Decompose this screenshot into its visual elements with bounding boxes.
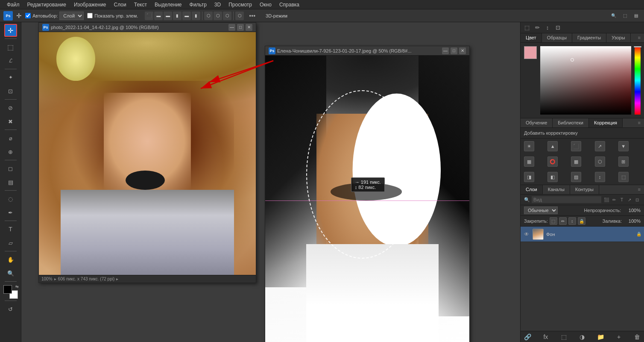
link-layers-btn[interactable]: 🔗 [523,333,532,341]
tab-channels[interactable]: Каналы [543,185,570,194]
doc2-close-btn[interactable]: ✕ [459,47,466,54]
doc2-maximize-btn[interactable]: □ [451,47,457,54]
menu-edit[interactable]: Редактирование [24,1,70,9]
distribute-vert-btn[interactable]: ⬡ [235,12,244,20]
correction-panel-expand[interactable]: ≡ [635,118,644,127]
marquee-tool[interactable]: ⬚ [4,41,17,53]
crop-tool[interactable]: ⊡ [4,85,17,97]
hand-tool[interactable]: ✋ [4,253,17,266]
correction-selective-color-btn[interactable]: ⬚ [618,172,629,182]
eyedropper-tool[interactable]: ⊘ [4,101,17,114]
layers-icon-5[interactable]: ⊡ [634,196,641,203]
color-panel-expand[interactable]: ≡ [635,33,644,42]
show-transform-checkbox[interactable] [87,13,93,18]
tab-color[interactable]: Цвет [521,33,542,42]
doc2-minimize-btn[interactable]: — [442,47,449,54]
align-right-btn[interactable]: ▬ [164,12,172,20]
panel-icon-3[interactable]: ↕ [543,23,552,32]
add-mask-btn[interactable]: ⬚ [560,333,568,341]
tab-libraries[interactable]: Библиотеки [553,118,589,127]
lasso-tool[interactable]: 𝓛 [4,54,17,67]
menu-help[interactable]: Справка [276,1,303,9]
align-top-btn[interactable]: ▮ [173,12,181,20]
tab-correction[interactable]: Коррекция [589,118,623,127]
lock-all-btn[interactable]: 🔒 [578,217,585,225]
layer-item-background[interactable]: 👁 Фон 🔒 [521,227,644,242]
layers-icon-1[interactable]: ⬛ [603,196,610,203]
workspace-btn[interactable]: ⬚ [620,11,629,21]
arrange-btn[interactable]: ▤ [631,11,641,21]
menu-file[interactable]: Файл [3,1,23,9]
layers-icon-4[interactable]: ↗ [626,196,633,203]
lock-pixels-btn[interactable]: ⬚ [550,217,557,225]
correction-vibrance-btn[interactable]: ▼ [618,141,629,151]
more-options-btn[interactable]: ••• [249,12,255,19]
menu-image[interactable]: Изображение [70,1,110,9]
autoselect-checkbox[interactable] [25,13,31,18]
eraser-tool[interactable]: ◻ [4,162,17,175]
doc1-minimize-btn[interactable]: — [228,24,235,31]
align-left-btn[interactable]: ⬛ [145,12,153,20]
menu-filter[interactable]: Фильтр [186,1,210,9]
layers-icon-3[interactable]: T [618,196,625,203]
correction-bw-btn[interactable]: ▩ [571,156,581,167]
color-swatch[interactable] [524,46,537,59]
autoselect-dropdown[interactable]: Слой [59,12,84,20]
menu-window[interactable]: Окно [256,1,275,9]
search-btn[interactable]: 🔍 [609,11,618,21]
heal-tool[interactable]: ✖ [4,115,17,128]
tab-layers[interactable]: Слои [521,185,543,194]
color-spectrum[interactable] [540,46,631,115]
delete-layer-btn[interactable]: 🗑 [633,333,641,341]
gradient-tool[interactable]: ▤ [4,176,17,189]
menu-select[interactable]: Выделение [151,1,185,9]
layers-panel-expand[interactable]: ≡ [635,185,644,194]
menu-layers[interactable]: Слои [111,1,130,9]
doc1-close-btn[interactable]: ✕ [246,24,252,31]
menu-view[interactable]: Просмотр [225,1,255,9]
add-adjustment-btn[interactable]: ◑ [578,333,586,341]
quick-select-tool[interactable]: ✦ [4,71,17,84]
correction-curves-btn[interactable]: ⬛ [571,141,581,151]
distribute-center-btn[interactable]: ⬡ [214,12,222,20]
brush-tool[interactable]: ⌀ [4,132,17,144]
tab-gradients[interactable]: Градиенты [572,33,606,42]
rotate-view-tool[interactable]: ↺ [4,303,17,315]
doc1-maximize-btn[interactable]: □ [237,24,244,31]
add-group-btn[interactable]: 📁 [596,333,605,341]
menu-3d[interactable]: 3D [211,1,224,9]
zoom-tool[interactable]: 🔍 [4,267,17,280]
correction-colorbalance-btn[interactable]: ⭕ [547,156,558,167]
correction-brightness-btn[interactable]: ☀ [524,141,534,151]
hue-slider[interactable] [635,46,641,115]
layer-visibility-toggle[interactable]: 👁 [523,231,530,238]
add-layer-btn[interactable]: + [615,333,623,341]
correction-gradient-map-btn[interactable]: ↕ [595,172,605,182]
correction-posterize-btn[interactable]: ◧ [547,172,558,182]
align-center-btn[interactable]: ▬ [154,12,163,20]
text-tool[interactable]: T [4,223,17,236]
tab-swatches[interactable]: Образцы [542,33,572,42]
align-bottom-btn[interactable]: ▮ [192,12,200,20]
panel-icon-2[interactable]: ✏ [533,23,542,32]
correction-exposure-btn[interactable]: ↗ [595,141,605,151]
correction-threshold-btn[interactable]: ▨ [571,172,581,182]
menu-text[interactable]: Текст [131,1,150,9]
swap-colors-btn[interactable]: ⇆ [15,284,19,289]
tab-paths[interactable]: Контуры [570,185,599,194]
dodge-tool[interactable]: ◌ [4,192,17,205]
correction-hue-btn[interactable]: ▦ [524,156,534,167]
pen-tool[interactable]: ✒ [4,206,17,219]
layers-icon-2[interactable]: ✏ [611,196,618,203]
correction-invert-btn[interactable]: ◨ [524,172,534,182]
clone-tool[interactable]: ⊕ [4,145,17,158]
correction-photo-filter-btn[interactable]: ⬡ [595,156,605,167]
distribute-right-btn[interactable]: ⬡ [223,12,231,20]
foreground-color-swatch[interactable] [3,285,12,294]
panel-icon-4[interactable]: ⊡ [553,23,562,32]
layers-search-input[interactable] [532,196,601,203]
tab-patterns[interactable]: Узоры [606,33,630,42]
correction-levels-btn[interactable]: ▲ [547,141,558,151]
lock-position-btn[interactable]: ✏ [559,217,567,225]
align-mid-btn[interactable]: ▬ [182,12,191,20]
